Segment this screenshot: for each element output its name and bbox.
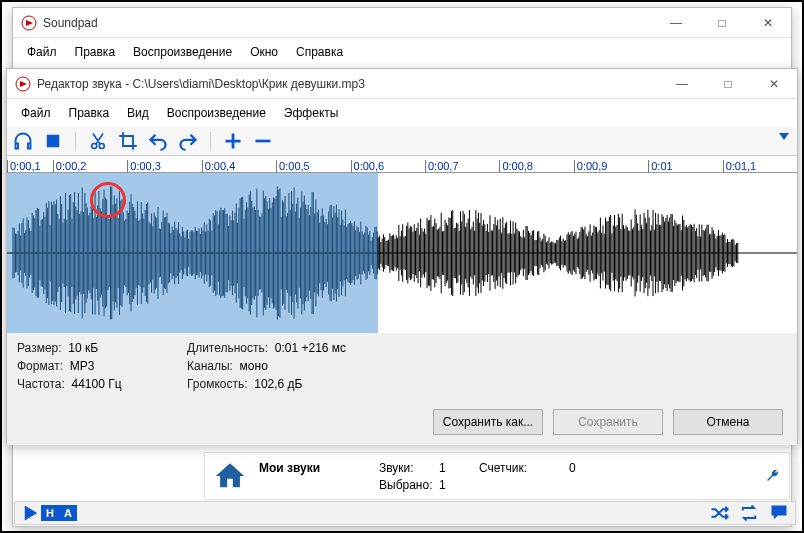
play-icon[interactable] (21, 503, 41, 523)
zoom-in-icon[interactable] (223, 131, 243, 151)
tick-label: 0:01,1 (726, 160, 757, 172)
shuffle-icon[interactable] (709, 503, 729, 523)
headphones-icon[interactable] (13, 131, 33, 151)
comment-icon[interactable] (769, 503, 789, 523)
format-value: MP3 (70, 359, 95, 373)
save-button: Сохранить (553, 409, 663, 435)
separator (210, 132, 211, 150)
waveform-canvas[interactable] (7, 173, 797, 333)
main-menu-help[interactable]: Справка (288, 42, 351, 62)
main-menu-file[interactable]: Файл (19, 42, 65, 62)
main-menu-playback[interactable]: Воспроизведение (125, 42, 240, 62)
freq-value: 44100 Гц (71, 377, 121, 391)
main-minimize-button[interactable]: — (653, 8, 699, 37)
h-button[interactable]: Н (41, 505, 59, 521)
editor-menu-file[interactable]: Файл (13, 103, 59, 123)
save-as-button[interactable]: Сохранить как... (433, 409, 543, 435)
sounds-value: 1 (439, 461, 479, 475)
redo-icon[interactable] (178, 131, 198, 151)
app-icon (21, 15, 37, 31)
file-info-panel: Размер: 10 кБ Длительность: 0:01 +216 мс… (7, 333, 797, 399)
editor-close-button[interactable]: ✕ (751, 69, 797, 98)
player-bar: Н А (14, 501, 796, 525)
svg-rect-2 (47, 135, 60, 148)
editor-menu-edit[interactable]: Правка (61, 103, 118, 123)
undo-icon[interactable] (148, 131, 168, 151)
cancel-button[interactable]: Отмена (673, 409, 783, 435)
editor-menu-effects[interactable]: Эффекты (276, 103, 347, 123)
editor-menu-view[interactable]: Вид (119, 103, 157, 123)
tick-label: 0:00,1 (10, 160, 41, 172)
app-icon (15, 76, 31, 92)
main-menu-window[interactable]: Окно (242, 42, 286, 62)
separator (75, 132, 76, 150)
volume-label: Громкость: (187, 377, 248, 391)
home-icon (213, 459, 247, 493)
waveform-graphic (7, 173, 797, 333)
editor-window: Редактор звука - C:\Users\diami\Desktop\… (6, 68, 798, 444)
main-close-button[interactable]: ✕ (745, 8, 791, 37)
tick-label: 0:00,5 (279, 160, 310, 172)
tick-label: 0:00,8 (502, 160, 533, 172)
tick-label: 0:00,9 (577, 160, 608, 172)
size-label: Размер: (17, 341, 62, 355)
editor-title: Редактор звука - C:\Users\diami\Desktop\… (37, 77, 659, 91)
channels-value: моно (240, 359, 268, 373)
category-row: Мои звуки Звуки: 1 Счетчик: 0 Выбрано: 1 (204, 452, 790, 500)
main-menubar: Файл Правка Воспроизведение Окно Справка (13, 38, 791, 66)
sounds-label: Звуки: (379, 461, 439, 475)
category-name: Мои звуки (259, 461, 379, 475)
repeat-icon[interactable] (739, 503, 759, 523)
wrench-icon[interactable] (765, 468, 781, 484)
freq-label: Частота: (17, 377, 65, 391)
main-menu-edit[interactable]: Правка (67, 42, 124, 62)
format-label: Формат: (17, 359, 63, 373)
timeline-ruler[interactable]: 0:00,1 0:00,2 0:00,3 0:00,4 0:00,5 0:00,… (7, 156, 797, 173)
main-maximize-button[interactable]: □ (699, 8, 745, 37)
tick-label: 0:00,4 (205, 160, 236, 172)
tick-label: 0:00,2 (56, 160, 87, 172)
editor-titlebar: Редактор звука - C:\Users\diami\Desktop\… (7, 69, 797, 99)
editor-menu-playback[interactable]: Воспроизведение (159, 103, 274, 123)
toolbar-dropdown-icon[interactable] (779, 133, 789, 140)
counter-value: 0 (569, 461, 609, 475)
cut-icon[interactable] (88, 131, 108, 151)
main-title: Soundpad (43, 16, 653, 30)
volume-value: 102,6 дБ (254, 377, 302, 391)
duration-value: 0:01 +216 мс (275, 341, 346, 355)
counter-label: Счетчик: (479, 461, 569, 475)
size-value: 10 кБ (68, 341, 98, 355)
stop-icon[interactable] (43, 131, 63, 151)
editor-menubar: Файл Правка Вид Воспроизведение Эффекты (7, 99, 797, 127)
channels-label: Каналы: (187, 359, 233, 373)
main-titlebar: Soundpad — □ ✕ (13, 8, 791, 38)
selected-label: Выбрано: (379, 478, 439, 492)
editor-minimize-button[interactable]: — (659, 69, 705, 98)
zoom-out-icon[interactable] (253, 131, 273, 151)
duration-label: Длительность: (187, 341, 268, 355)
editor-toolbar (7, 127, 797, 156)
crop-icon[interactable] (118, 131, 138, 151)
a-button[interactable]: А (59, 505, 77, 521)
dialog-buttons: Сохранить как... Сохранить Отмена (7, 399, 797, 445)
tick-label: 0:00,7 (428, 160, 459, 172)
tick-label: 0:00,6 (354, 160, 385, 172)
selected-value: 1 (439, 478, 479, 492)
tick-label: 0:00,3 (130, 160, 161, 172)
tick-label: 0:01 (651, 160, 672, 172)
editor-maximize-button[interactable]: □ (705, 69, 751, 98)
